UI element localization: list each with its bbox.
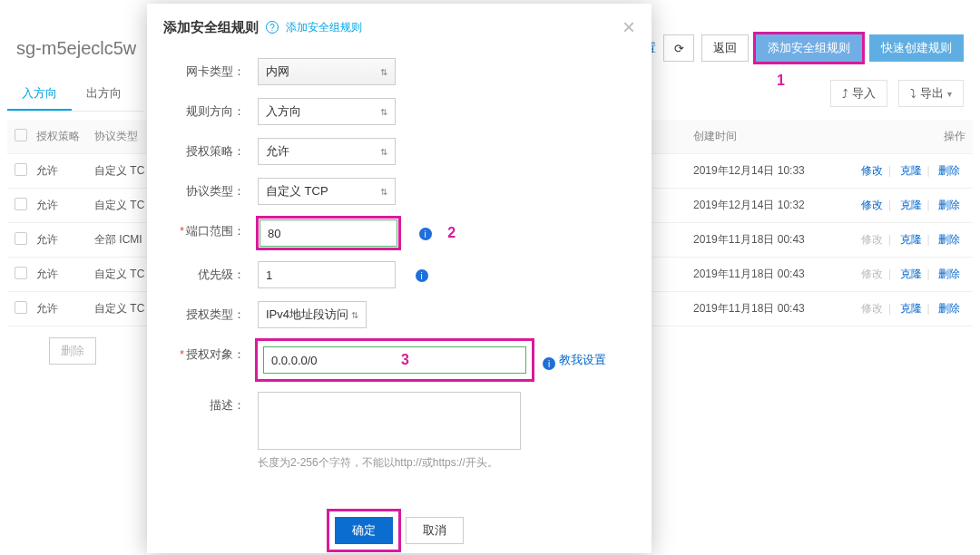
chevron-down-icon: ⇅ bbox=[351, 310, 358, 320]
refresh-icon: ⟳ bbox=[674, 42, 684, 55]
row-ops: 修改| 克隆| 删除 bbox=[838, 198, 965, 213]
chevron-down-icon: ▾ bbox=[947, 89, 952, 99]
row-ops: 修改| 克隆| 删除 bbox=[838, 232, 965, 248]
description-textarea[interactable] bbox=[258, 392, 521, 450]
help-icon[interactable]: ? bbox=[266, 21, 279, 34]
clone-link[interactable]: 克隆 bbox=[895, 302, 927, 315]
confirm-button[interactable]: 确定 bbox=[335, 517, 393, 544]
top-action-bar: 我设置 ⟳ 返回 添加安全组规则 快速创建规则 bbox=[621, 34, 964, 62]
back-button[interactable]: 返回 bbox=[701, 34, 749, 62]
modal-header: 添加安全组规则 ? 添加安全组规则 × bbox=[147, 4, 652, 51]
protocol-label: 协议类型： bbox=[167, 178, 258, 200]
delete-link[interactable]: 删除 bbox=[933, 233, 965, 246]
info-icon[interactable]: i bbox=[419, 228, 432, 240]
clone-link[interactable]: 克隆 bbox=[895, 268, 927, 280]
chevron-down-icon: ⇅ bbox=[380, 107, 387, 117]
tab-inbound[interactable]: 入方向 bbox=[7, 78, 72, 111]
auth-type-label: 授权类型： bbox=[167, 301, 258, 323]
port-range-label: *端口范围： bbox=[167, 218, 258, 239]
export-label: 导出 bbox=[920, 85, 944, 102]
bulk-delete-button[interactable]: 删除 bbox=[49, 337, 96, 365]
nic-type-label: 网卡类型： bbox=[167, 58, 258, 80]
modal-body: 网卡类型： 内网 ⇅ 规则方向： 入方向 ⇅ 授权策略： 允许 bbox=[147, 51, 652, 487]
auth-object-input[interactable]: 0.0.0.0/0 3 bbox=[263, 346, 526, 374]
modal-title: 添加安全组规则 bbox=[163, 19, 259, 36]
row-ops: 修改| 克隆| 删除 bbox=[838, 301, 965, 316]
modal-title-help[interactable]: 添加安全组规则 bbox=[286, 20, 362, 35]
info-icon[interactable]: i bbox=[543, 357, 555, 370]
modify-link[interactable]: 修改 bbox=[856, 233, 888, 246]
download-icon: ⤵ bbox=[910, 87, 916, 101]
import-label: 导入 bbox=[852, 85, 876, 102]
row-checkbox[interactable] bbox=[15, 301, 27, 314]
col-policy: 授权策略 bbox=[36, 129, 94, 144]
close-icon[interactable]: × bbox=[622, 16, 635, 38]
col-ops: 操作 bbox=[838, 129, 965, 144]
annotation-2: 2 bbox=[447, 225, 456, 240]
direction-select[interactable]: 入方向 ⇅ bbox=[258, 98, 396, 125]
export-button[interactable]: ⤵ 导出 ▾ bbox=[898, 80, 964, 107]
clone-link[interactable]: 克隆 bbox=[895, 199, 927, 211]
protocol-select[interactable]: 自定义 TCP ⇅ bbox=[258, 178, 396, 205]
priority-input[interactable] bbox=[258, 261, 396, 288]
delete-link[interactable]: 删除 bbox=[933, 164, 965, 177]
delete-link[interactable]: 删除 bbox=[933, 302, 965, 315]
select-all-checkbox[interactable] bbox=[15, 129, 27, 141]
col-created: 创建时间 bbox=[693, 129, 838, 144]
annotation-3: 3 bbox=[401, 352, 409, 368]
modify-link[interactable]: 修改 bbox=[856, 268, 888, 280]
row-ops: 修改| 克隆| 删除 bbox=[838, 163, 965, 179]
policy-label: 授权策略： bbox=[167, 138, 258, 160]
row-ops: 修改| 克隆| 删除 bbox=[838, 267, 965, 282]
row-checkbox[interactable] bbox=[15, 198, 27, 210]
delete-link[interactable]: 删除 bbox=[933, 268, 965, 280]
chevron-down-icon: ⇅ bbox=[380, 187, 387, 197]
policy-select[interactable]: 允许 ⇅ bbox=[258, 138, 396, 165]
annotation-1: 1 bbox=[777, 73, 785, 89]
row-checkbox[interactable] bbox=[15, 163, 27, 176]
modify-link[interactable]: 修改 bbox=[856, 199, 888, 211]
description-hint: 长度为2-256个字符，不能以http://或https://开头。 bbox=[258, 455, 632, 471]
port-range-input[interactable] bbox=[260, 219, 397, 247]
description-label: 描述： bbox=[167, 392, 258, 414]
row-checkbox[interactable] bbox=[15, 232, 27, 245]
import-export-bar: ⤴ 导入 ⤵ 导出 ▾ bbox=[830, 80, 964, 107]
refresh-button[interactable]: ⟳ bbox=[663, 34, 694, 62]
modal-footer: 确定 取消 bbox=[147, 517, 652, 544]
teach-me-link[interactable]: 教我设置 bbox=[559, 352, 606, 368]
modify-link[interactable]: 修改 bbox=[856, 302, 888, 315]
clone-link[interactable]: 克隆 bbox=[895, 233, 927, 246]
info-icon[interactable]: i bbox=[416, 269, 428, 282]
modify-link[interactable]: 修改 bbox=[856, 164, 888, 177]
chevron-down-icon: ⇅ bbox=[380, 67, 387, 77]
priority-label: 优先级： bbox=[167, 261, 258, 283]
add-security-rule-button[interactable]: 添加安全组规则 bbox=[756, 34, 862, 62]
add-rule-modal: 添加安全组规则 ? 添加安全组规则 × 网卡类型： 内网 ⇅ 规则方向： 入方向… bbox=[147, 4, 652, 553]
direction-tabs: 入方向 出方向 bbox=[7, 78, 143, 112]
delete-link[interactable]: 删除 bbox=[933, 199, 965, 211]
upload-icon: ⤴ bbox=[842, 87, 848, 101]
tab-outbound[interactable]: 出方向 bbox=[72, 78, 136, 111]
import-button[interactable]: ⤴ 导入 bbox=[830, 80, 887, 107]
chevron-down-icon: ⇅ bbox=[380, 147, 387, 157]
row-checkbox[interactable] bbox=[15, 267, 27, 279]
quick-create-rule-button[interactable]: 快速创建规则 bbox=[869, 34, 964, 62]
cancel-button[interactable]: 取消 bbox=[406, 517, 464, 544]
auth-type-select[interactable]: IPv4地址段访问 ⇅ bbox=[258, 301, 367, 328]
nic-type-select[interactable]: 内网 ⇅ bbox=[258, 58, 396, 85]
clone-link[interactable]: 克隆 bbox=[895, 164, 927, 177]
auth-object-label: *授权对象： bbox=[167, 341, 258, 363]
direction-label: 规则方向： bbox=[167, 98, 258, 120]
